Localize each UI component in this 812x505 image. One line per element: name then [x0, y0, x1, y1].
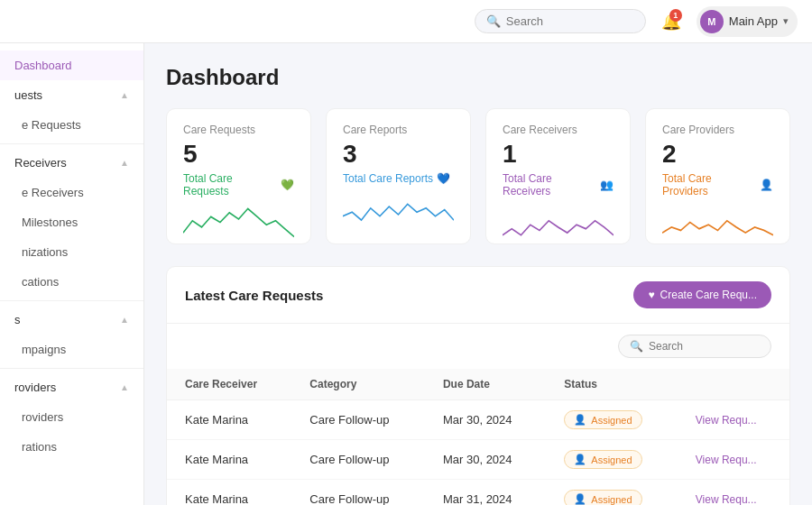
cell-action-1[interactable]: View Requ...: [678, 440, 789, 480]
stat-label-1: Care Requests: [183, 124, 294, 136]
create-btn-label: Create Care Requ...: [660, 289, 757, 301]
sidebar-label-care-receivers: e Receivers: [22, 186, 84, 199]
cell-action-0[interactable]: View Requ...: [678, 400, 789, 440]
sidebar-label-milestones: Milestones: [22, 216, 78, 229]
stat-link-4[interactable]: Total Care Providers 👤: [662, 172, 773, 197]
global-search-bar[interactable]: 🔍: [475, 9, 646, 33]
table-search-bar[interactable]: 🔍: [618, 335, 771, 358]
status-person-icon-1: 👤: [574, 454, 586, 465]
cell-status-2: 👤 Assigned: [546, 480, 677, 506]
stat-label-4: Care Providers: [662, 124, 773, 136]
stat-chart-2: [343, 192, 454, 228]
sidebar-label-s: s: [14, 313, 21, 326]
cell-category-0: Care Follow-up: [291, 400, 425, 440]
user-menu-button[interactable]: M Main App ▾: [697, 6, 798, 37]
stat-link-text-2: Total Care Reports: [343, 172, 433, 185]
avatar: M: [700, 10, 724, 33]
heart-icon: ♥: [648, 289, 654, 301]
sidebar-item-providers[interactable]: roviders: [0, 402, 143, 432]
sidebar-label-requests: uests: [14, 88, 42, 102]
sidebar: Dashboard uests ▲ e Requests Receivers ▲…: [0, 43, 144, 505]
stat-icon-2: 💙: [437, 172, 450, 185]
sidebar-item-care-requests[interactable]: e Requests: [0, 110, 143, 140]
stat-link-text-1: Total Care Requests: [183, 172, 277, 197]
table-row: Kate Marina Care Follow-up Mar 30, 2024 …: [167, 400, 789, 440]
sidebar-label-locations: cations: [22, 275, 59, 289]
view-request-link-0[interactable]: View Requ...: [696, 414, 757, 427]
stat-card-care-requests: Care Requests 5 Total Care Requests 💚: [166, 108, 311, 244]
cell-action-2[interactable]: View Requ...: [678, 480, 789, 506]
user-name-label: Main App: [729, 14, 778, 28]
col-header-action: [678, 369, 789, 400]
cell-due-date-0: Mar 30, 2024: [425, 400, 546, 440]
notification-badge: 1: [669, 9, 682, 22]
sidebar-item-provider-locations[interactable]: rations: [0, 432, 143, 462]
cell-due-date-2: Mar 31, 2024: [425, 480, 546, 506]
section-header-row: Latest Care Requests ♥ Create Care Requ.…: [167, 267, 789, 324]
cell-status-1: 👤 Assigned: [546, 440, 677, 480]
sidebar-item-milestones[interactable]: Milestones: [0, 207, 143, 237]
stat-number-2: 3: [343, 140, 454, 169]
col-header-category: Category: [291, 369, 425, 400]
status-badge-1: 👤 Assigned: [564, 450, 641, 469]
sidebar-label-dashboard: Dashboard: [14, 59, 72, 72]
stat-chart-3: [503, 205, 614, 241]
sidebar-divider-3: [0, 368, 143, 369]
chevron-up-icon-4: ▲: [120, 382, 129, 392]
sidebar-item-campaigns[interactable]: mpaigns: [0, 335, 143, 364]
sidebar-item-dashboard[interactable]: Dashboard: [0, 50, 143, 80]
stat-chart-1: [183, 205, 294, 241]
stat-card-care-reports: Care Reports 3 Total Care Reports 💙: [326, 108, 471, 244]
status-person-icon-0: 👤: [574, 414, 586, 426]
chevron-down-icon: ▾: [783, 15, 789, 27]
cell-status-0: 👤 Assigned: [546, 400, 677, 440]
stat-chart-4: [662, 205, 773, 241]
col-header-receiver: Care Receiver: [167, 369, 291, 400]
sidebar-item-requests[interactable]: uests ▲: [0, 80, 143, 110]
sidebar-divider-2: [0, 300, 143, 301]
sidebar-label-organizations: nizations: [22, 245, 68, 259]
page-title: Dashboard: [166, 65, 790, 90]
stat-icon-4: 👤: [760, 179, 773, 191]
stat-card-care-receivers: Care Receivers 1 Total Care Receivers 👥: [485, 108, 631, 244]
sidebar-item-providers-section[interactable]: roviders ▲: [0, 372, 143, 402]
table-search-icon: 🔍: [630, 340, 643, 353]
sidebar-label-receivers: Receivers: [14, 156, 67, 170]
status-person-icon-2: 👤: [574, 493, 586, 505]
care-requests-table: Care Receiver Category Due Date Status K…: [167, 369, 789, 505]
latest-care-requests-box: Latest Care Requests ♥ Create Care Requ.…: [166, 266, 790, 505]
sidebar-item-s[interactable]: s ▲: [0, 305, 143, 335]
view-request-link-1[interactable]: View Requ...: [696, 454, 757, 466]
col-header-due-date: Due Date: [425, 369, 546, 400]
stat-link-1[interactable]: Total Care Requests 💚: [183, 172, 294, 197]
sidebar-item-care-receivers[interactable]: e Receivers: [0, 178, 143, 207]
stat-card-care-providers: Care Providers 2 Total Care Providers 👤: [645, 108, 790, 244]
stat-link-2[interactable]: Total Care Reports 💙: [343, 172, 454, 185]
stat-link-3[interactable]: Total Care Receivers 👥: [503, 172, 614, 197]
table-search-input[interactable]: [649, 340, 760, 353]
cell-receiver-1: Kate Marina: [167, 440, 291, 480]
cell-category-1: Care Follow-up: [291, 440, 425, 480]
table-row: Kate Marina Care Follow-up Mar 31, 2024 …: [167, 480, 789, 506]
sidebar-item-locations[interactable]: cations: [0, 267, 143, 297]
cell-receiver-2: Kate Marina: [167, 480, 291, 506]
sidebar-label-campaigns: mpaigns: [22, 343, 66, 356]
col-header-status: Status: [546, 369, 677, 400]
notification-button[interactable]: 🔔 1: [657, 7, 686, 36]
stat-number-3: 1: [503, 140, 614, 169]
section-title: Latest Care Requests: [185, 288, 323, 303]
stat-link-text-4: Total Care Providers: [662, 172, 756, 197]
sidebar-label-provider-locations: rations: [22, 440, 57, 454]
sidebar-label-providers-section: roviders: [14, 381, 56, 394]
sidebar-item-receivers[interactable]: Receivers ▲: [0, 148, 143, 178]
stat-link-text-3: Total Care Receivers: [503, 172, 596, 197]
main-content: Dashboard Care Requests 5 Total Care Req…: [144, 43, 812, 505]
view-request-link-2[interactable]: View Requ...: [696, 493, 757, 505]
search-input[interactable]: [506, 14, 634, 28]
sidebar-item-organizations[interactable]: nizations: [0, 237, 143, 267]
status-badge-0: 👤 Assigned: [564, 410, 641, 429]
stat-icon-3: 👥: [600, 179, 614, 191]
sidebar-divider-1: [0, 143, 143, 144]
stat-label-3: Care Receivers: [503, 124, 614, 136]
create-care-request-button[interactable]: ♥ Create Care Requ...: [633, 281, 771, 308]
